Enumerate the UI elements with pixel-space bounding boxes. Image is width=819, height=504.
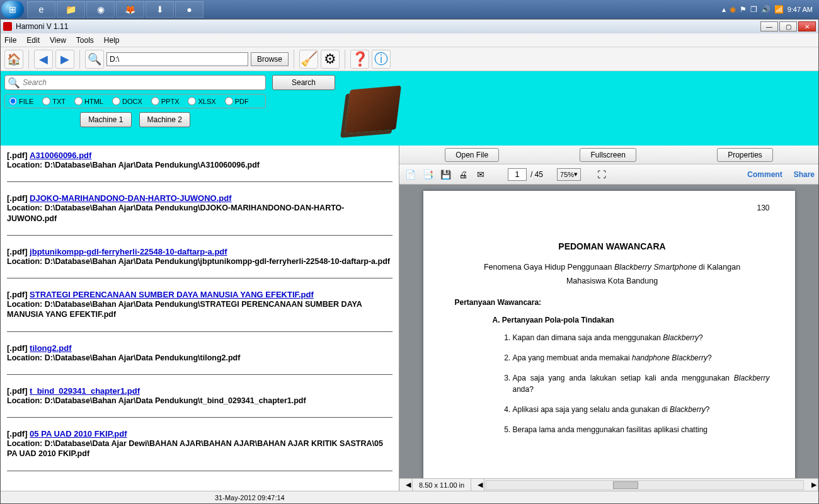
pdf-export-icon[interactable]: 📄 [403,168,417,181]
result-link[interactable]: A310060096.pdf [30,151,91,160]
back-button[interactable]: ◀ [34,50,53,69]
pdf-toolbar: 📄 📑 💾 🖨 ✉ / 45 75% ▾ ⛶ Comment Share [399,164,818,185]
doc-q4: Aplikasi apa saja yang selalu anda gunak… [513,404,770,415]
result-item: [.pdf] A310060096.pdfLocation: D:\Databa… [7,151,392,182]
forward-button[interactable]: ▶ [55,50,74,69]
pdf-zoom-select[interactable]: 75% ▾ [557,168,581,181]
pdf-page-total: / 45 [530,170,543,179]
clean-icon[interactable]: 🧹 [299,50,318,69]
result-ext: [.pdf] [7,429,27,438]
result-link[interactable]: tilong2.pdf [30,343,71,353]
path-input[interactable] [106,52,248,66]
tray-power-icon[interactable]: ❐ [750,5,757,14]
open-file-button[interactable]: Open File [445,148,499,162]
task-firefox[interactable]: 🦊 [116,1,144,18]
filter-file[interactable]: FILE [9,97,33,105]
result-location: Location: D:\Database\Bahan Ajar\Data Pe… [7,299,392,320]
preview-statusbar: ◀ 8.50 x 11.00 in ◀ ▶ [399,478,818,491]
results-list[interactable]: [.pdf] A310060096.pdfLocation: D:\Databa… [1,146,399,491]
result-item: [.pdf] t_bind_029341_chapter1.pdfLocatio… [7,386,392,418]
fullscreen-button[interactable]: Fullscreen [580,148,636,162]
properties-button[interactable]: Properties [717,148,773,162]
result-link[interactable]: t_bind_029341_chapter1.pdf [30,386,140,396]
result-location: Location: D:\Database\Bahan Ajar\Data Pe… [7,396,392,406]
tray-shield-icon[interactable]: ◉ [730,5,736,14]
task-explorer[interactable]: 📁 [57,1,85,18]
result-ext: [.pdf] [7,386,27,396]
pdf-share-link[interactable]: Share [794,170,815,179]
browse-button[interactable]: Browse [251,52,289,66]
menu-help[interactable]: Help [104,36,120,45]
result-location: Location: D:\Database\Bahan Ajar\Data Pe… [7,203,392,224]
task-chrome[interactable]: ◉ [86,1,115,18]
result-location: Location: D:\Database\Bahan Ajar\Data Pe… [7,256,392,266]
task-idm[interactable]: ⬇ [146,1,174,18]
filter-xlsx[interactable]: XLSX [188,97,215,105]
pdf-page: 130 PEDOMAN WAWANCARA Fenomena Gaya Hidu… [423,191,795,478]
pdf-page-input[interactable] [508,168,527,181]
pdf-comment-link[interactable]: Comment [747,170,782,179]
window-title: Harmoni V 1.11 [16,22,68,31]
result-item: [.pdf] tilong2.pdfLocation: D:\Database\… [7,343,392,375]
pdf-print-icon[interactable]: 🖨 [456,168,470,181]
tray-expand-icon[interactable]: ▴ [722,5,726,14]
info-icon[interactable]: ⓘ [372,50,391,69]
search-input-wrap: 🔍 [4,75,266,90]
settings-icon[interactable]: ⚙ [321,50,340,69]
doc-q3: Apa saja yang anda lakukan setiap kali a… [513,372,770,395]
start-button[interactable]: ⊞ [1,1,24,18]
task-app[interactable]: ● [175,1,203,18]
titlebar[interactable]: Harmoni V 1.11 — ▢ ✕ [1,20,818,33]
filter-pdf[interactable]: PDF [225,97,249,105]
result-location: Location: D:\Database\Data Ajar Dewi\BAH… [7,438,392,459]
result-link[interactable]: jbptunikompp-gdl-ferryherli-22548-10-daf… [30,247,227,256]
menu-view[interactable]: View [50,36,66,45]
result-link[interactable]: DJOKO-MARIHANDONO-DAN-HARTO-JUWONO.pdf [30,193,231,203]
doc-q5: Berapa lama anda menggunakan fasilitas a… [513,424,770,435]
tray-network-icon[interactable]: 📶 [774,5,784,14]
tray-flag-icon[interactable]: ⚑ [740,5,747,14]
search-input[interactable] [23,78,263,87]
taskbar: ⊞ e 📁 ◉ 🦊 ⬇ ● ▴ ◉ ⚑ ❐ 🔊 📶 9:47 AM [0,0,819,19]
search-button[interactable]: Search [272,75,335,90]
menu-edit[interactable]: Edit [26,36,40,45]
filter-html[interactable]: HTML [74,97,103,105]
result-ext: [.pdf] [7,290,27,299]
minimize-button[interactable]: — [760,21,778,32]
pdf-page-number: 130 [757,203,769,212]
menu-tools[interactable]: Tools [76,36,94,45]
search-panel: 🔍 Search FILE TXT HTML DOCX PPTX XLSX PD… [1,71,818,146]
menubar: File Edit View Tools Help [1,33,818,47]
result-ext: [.pdf] [7,343,27,353]
tray-volume-icon[interactable]: 🔊 [761,5,770,14]
maximize-button[interactable]: ▢ [779,21,797,32]
result-ext: [.pdf] [7,247,27,256]
pdf-email-icon[interactable]: ✉ [474,168,488,181]
filter-pptx[interactable]: PPTX [151,97,180,105]
pdf-save-icon[interactable]: 💾 [438,168,452,181]
close-button[interactable]: ✕ [798,21,816,32]
doc-q2: Apa yang membuat anda memakai handphone … [513,352,770,364]
filter-txt[interactable]: TXT [42,97,66,105]
toolbar: 🏠 ◀ ▶ 🔍 Browse 🧹 ⚙ ❓ ⓘ [1,47,818,71]
app-statusbar: 31-May-2012 09:47:14 [1,491,818,503]
doc-subsection: A. Pertanyaan Pola-pola Tindakan [493,316,770,324]
result-link[interactable]: STRATEGI PERENCANAAN SUMBER DAYA MANUSIA… [30,290,314,299]
machine2-button[interactable]: Machine 2 [139,112,190,127]
doc-subtitle-1: Fenomena Gaya Hidup Penggunaan Blackberr… [455,263,770,272]
menu-file[interactable]: File [4,36,16,45]
preview-panel: Open File Fullscreen Properties 📄 📑 💾 🖨 … [399,146,818,491]
result-link[interactable]: 05 PA UAD 2010 FKIP.pdf [30,429,127,438]
home-button[interactable]: 🏠 [4,50,23,69]
pdf-pages-icon[interactable]: 📑 [421,168,435,181]
search-icon: 🔍 [8,77,20,89]
pdf-viewport[interactable]: 130 PEDOMAN WAWANCARA Fenomena Gaya Hidu… [399,185,818,478]
machine1-button[interactable]: Machine 1 [80,112,131,127]
magnifier-icon[interactable]: 🔍 [85,50,104,69]
tray-clock[interactable]: 9:47 AM [788,6,813,13]
task-ie[interactable]: e [27,1,55,18]
help-sign-icon[interactable]: ❓ [350,50,369,69]
h-scrollbar[interactable] [486,480,804,490]
filter-docx[interactable]: DOCX [112,97,142,105]
pdf-fit-icon[interactable]: ⛶ [595,168,609,181]
